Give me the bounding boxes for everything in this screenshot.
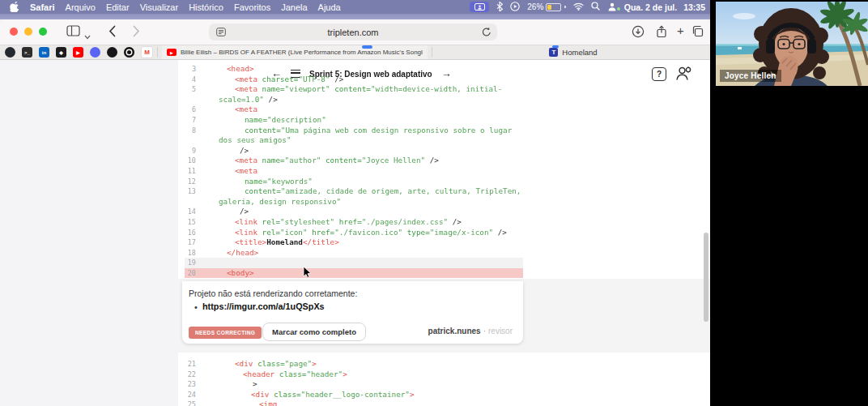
review-comment-text: Projeto não está renderizando corretamen… <box>189 288 357 298</box>
play-status-icon[interactable] <box>510 2 520 13</box>
code-line-10: 10<meta name="author" content="Joyce Hel… <box>178 156 710 166</box>
code-line-21: 21<div class="page"> <box>178 359 710 370</box>
apple-icon[interactable] <box>10 2 19 12</box>
linkedin-icon[interactable]: in <box>39 47 49 58</box>
online-dot <box>617 7 620 11</box>
code-line-wrap: dos seus amigos" <box>178 135 710 146</box>
battery-indicator[interactable]: 26% <box>527 2 566 11</box>
mouse-cursor <box>303 266 312 282</box>
webcam-video: Joyce Hellen <box>716 2 868 86</box>
new-tab-button[interactable]: + <box>677 24 684 36</box>
address-bar[interactable]: tripleten.com <box>209 24 497 41</box>
code-line-14: 14/> <box>178 207 710 217</box>
screen: SafariArquivoEditarVisualizarHistóricoFa… <box>0 0 868 406</box>
refresh-icon[interactable] <box>482 27 491 39</box>
tab-homeland[interactable]: T Homeland <box>436 45 710 59</box>
battery-icon <box>546 3 561 11</box>
youtube-favicon: ▶ <box>167 49 177 56</box>
code-block-body: 21<div class="page">22<header class="hea… <box>178 359 710 406</box>
wifi-icon[interactable] <box>573 2 584 12</box>
ring-app-icon[interactable] <box>124 47 134 58</box>
active-tab-indicator <box>362 45 372 49</box>
favicon-row: >_in◆▶M <box>5 46 153 58</box>
code-line-11: 11<meta <box>178 166 710 177</box>
menu-clock[interactable]: Qua. 2 de jul. 13:35 <box>624 2 705 12</box>
bluetooth-icon[interactable] <box>496 2 503 13</box>
close-window-button[interactable] <box>10 28 18 36</box>
back-button[interactable] <box>108 25 116 41</box>
tab-billie-eilish-youtube[interactable]: ▶ Billie Eilish – BIRDS OF A FEATHER (Li… <box>162 45 428 59</box>
status-badge: NEEDS CORRECTING <box>189 327 262 339</box>
reader-icon[interactable] <box>216 28 226 38</box>
code-line-15: 15<link rel="stylesheet" href="./pages/i… <box>178 217 710 228</box>
code-block-head: 3<head>4<meta charset="UTF-8" />5<meta n… <box>178 64 710 278</box>
menu-date: Qua. 2 de jul. <box>624 2 677 12</box>
browser-toolbar: tripleten.com + <box>0 19 710 45</box>
reviewer-role: revisor <box>488 327 513 335</box>
imgur-link[interactable]: https://imgur.com/a/1uQSpXs <box>202 301 325 311</box>
zoom-window-button[interactable] <box>39 28 47 36</box>
code-line-19: 19 <box>178 258 710 268</box>
code-line-13: 13content="amizade, cidade de origem, ar… <box>178 186 710 197</box>
code-line-17: 17<title>Homeland</title> <box>178 237 710 248</box>
mark-complete-button[interactable]: Marcar como completo <box>262 323 366 341</box>
window-controls <box>10 28 47 36</box>
code-line-4: 4<meta charset="UTF-8" /> <box>178 75 710 85</box>
code-line-5: 5<meta name="viewport" content="width=de… <box>178 84 710 95</box>
terminal-app-icon[interactable]: >_ <box>22 47 32 58</box>
video-call-panel: Joyce Hellen <box>710 0 868 406</box>
code-line-16: 16<link rel="icon" href="./favicon.ico" … <box>178 228 710 238</box>
tab-label: Homeland <box>562 48 597 57</box>
menu-items: SafariArquivoEditarVisualizarHistóricoFa… <box>30 2 341 12</box>
downloads-icon[interactable] <box>632 25 645 41</box>
review-comment-section: Projeto não está renderizando corretamen… <box>178 279 710 353</box>
code-line-7: 7name="description" <box>178 115 710 126</box>
menu-status-icons: 26% Qua. 2 de jul. 13:35 <box>470 2 705 13</box>
menu-item-favoritos[interactable]: Favoritos <box>234 2 270 12</box>
menu-item-ajuda[interactable]: Ajuda <box>318 2 341 12</box>
menu-item-editar[interactable]: Editar <box>106 2 130 12</box>
youtube-icon[interactable]: ▶ <box>73 47 83 58</box>
code-line-8: 8content="Uma página web com design resp… <box>178 126 710 136</box>
url-text: tripleten.com <box>328 28 379 37</box>
safari-window: tripleten.com + >_in◆▶M ▶ Billie Eilish … <box>0 19 710 406</box>
github-icon[interactable] <box>5 47 15 58</box>
discord-icon[interactable] <box>90 47 100 58</box>
share-icon[interactable] <box>656 25 667 41</box>
code-line-23: 23> <box>178 379 710 390</box>
chevron-down-icon[interactable] <box>84 28 91 43</box>
reviewer-info: patrick.nunes·revisor <box>428 327 513 335</box>
participant-name: Joyce Hellen <box>720 70 781 82</box>
code-line-9: 9/> <box>178 146 710 156</box>
code-line-25: 25<img <box>178 400 710 406</box>
reviewer-name: patrick.nunes <box>428 327 481 335</box>
dark-app-icon[interactable] <box>107 47 117 58</box>
sidebar-icon[interactable] <box>66 25 80 40</box>
minimize-window-button[interactable] <box>24 28 32 36</box>
code-line-22: 22<header class="header"> <box>178 370 710 380</box>
tab-bar: >_in◆▶M ▶ Billie Eilish – BIRDS OF A FEA… <box>0 45 710 60</box>
gmail-icon[interactable]: M <box>141 46 153 58</box>
code-line-wrap: galeria, design responsivo" <box>178 197 710 207</box>
menu-item-janela[interactable]: Janela <box>281 2 307 12</box>
menu-item-histórico[interactable]: Histórico <box>189 2 223 12</box>
menu-item-safari[interactable]: Safari <box>30 2 55 12</box>
menu-item-visualizar[interactable]: Visualizar <box>140 2 179 12</box>
code-line-wrap: scale=1.0" /> <box>178 95 710 105</box>
tab-overview-icon[interactable] <box>691 25 704 41</box>
tab-accent <box>552 45 559 48</box>
code-line-24: 24<div class="header__logo-container"> <box>178 390 710 400</box>
spotlight-search-icon[interactable] <box>591 2 600 12</box>
code-line-12: 12name="keywords" <box>178 177 710 187</box>
screen-sharing-icon[interactable] <box>470 2 489 12</box>
review-comment-card: Projeto não está renderizando corretamen… <box>182 281 523 344</box>
dev-tool-icon[interactable]: ◆ <box>56 47 66 58</box>
menu-item-arquivo[interactable]: Arquivo <box>66 2 96 12</box>
bullet: • <box>194 302 198 312</box>
forward-button[interactable] <box>133 25 140 41</box>
tripleten-review-page: 3<head>4<meta charset="UTF-8" />5<meta n… <box>0 60 710 406</box>
desktop-wallpaper <box>0 14 710 19</box>
user-status-icon[interactable] <box>607 2 617 11</box>
menu-bar: SafariArquivoEditarVisualizarHistóricoFa… <box>0 0 710 14</box>
code-line-20: 20<body> <box>178 268 710 279</box>
